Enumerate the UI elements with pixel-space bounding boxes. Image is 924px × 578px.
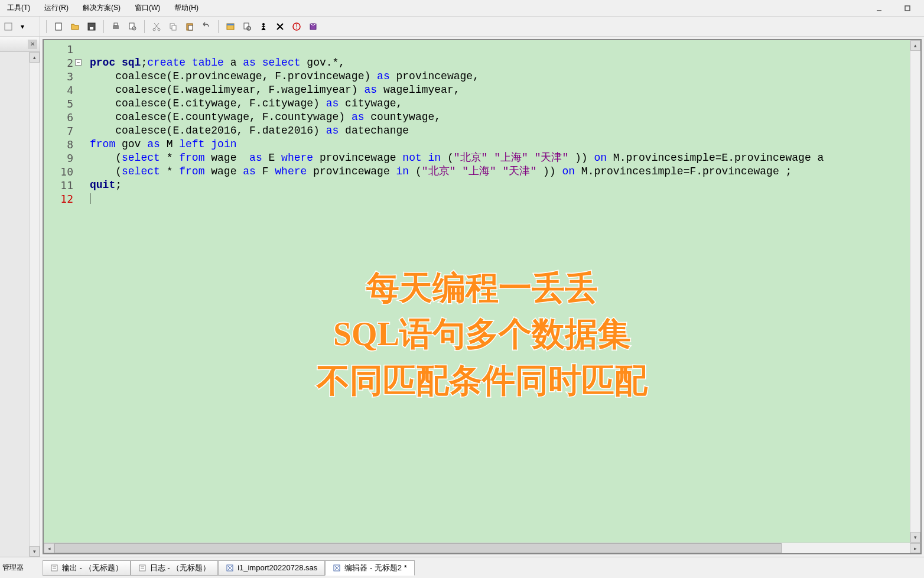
minimize-button[interactable]: [867, 2, 891, 14]
line-gutter: 12−3456789101112: [44, 40, 78, 543]
svg-text:!: !: [296, 24, 298, 30]
svg-rect-23: [51, 565, 57, 571]
svg-rect-15: [188, 25, 193, 30]
svg-rect-18: [244, 23, 249, 29]
svg-rect-17: [227, 24, 234, 25]
menubar: 工具(T) 运行(R) 解决方案(S) 窗口(W) 帮助(H): [0, 0, 924, 17]
editor-hscrollbar[interactable]: ◂ ▸: [44, 543, 920, 553]
copy-icon[interactable]: [167, 21, 179, 33]
scroll-down-icon[interactable]: ▾: [30, 546, 40, 557]
search-doc-icon[interactable]: [241, 21, 253, 33]
scroll-right-icon[interactable]: ▸: [910, 543, 920, 553]
paste-icon[interactable]: [184, 21, 196, 33]
svg-rect-8: [129, 23, 134, 29]
side-label: 管理器: [2, 563, 43, 573]
save-icon[interactable]: [86, 21, 97, 33]
dropdown-arrow-icon[interactable]: ▾: [17, 21, 28, 33]
tab-editor-active[interactable]: 编辑器 - 无标题2 *: [325, 560, 414, 576]
cut-icon[interactable]: [151, 21, 162, 33]
output-doc-icon: [50, 564, 58, 572]
svg-rect-26: [139, 565, 145, 571]
panel-close-icon[interactable]: ✕: [28, 40, 37, 49]
scroll-up-icon[interactable]: ▴: [910, 40, 920, 51]
svg-rect-2: [5, 23, 12, 30]
tab-label: 输出 - （无标题）: [62, 563, 123, 573]
panel-vscrollbar[interactable]: ▴ ▾: [29, 52, 40, 557]
help-book-icon[interactable]: [307, 21, 319, 33]
new-file-icon[interactable]: [53, 21, 64, 33]
svg-point-20: [262, 23, 265, 25]
open-folder-icon[interactable]: [69, 21, 81, 33]
sas-file-icon: [333, 564, 341, 572]
tab-output[interactable]: 输出 - （无标题）: [43, 560, 131, 576]
side-panel: ✕ ▴ ▾: [0, 37, 40, 557]
tab-label: 日志 - （无标题）: [150, 563, 211, 573]
tab-label: i1_import20220728.sas: [237, 563, 317, 572]
editor-vscrollbar[interactable]: ▴ ▾: [910, 40, 920, 543]
tab-log[interactable]: 日志 - （无标题）: [131, 560, 219, 576]
editor-window: 12−3456789101112 proc sql;create table a…: [43, 39, 922, 554]
svg-rect-6: [113, 25, 119, 29]
maximize-button[interactable]: [896, 2, 919, 14]
svg-rect-3: [56, 23, 61, 30]
explorer-icon[interactable]: [225, 21, 236, 33]
tab-label: 编辑器 - 无标题2 *: [344, 563, 406, 573]
menu-solution[interactable]: 解决方案(S): [80, 2, 123, 14]
toolbar: ▾ !: [0, 17, 924, 37]
info-icon[interactable]: !: [291, 21, 302, 33]
scroll-left-icon[interactable]: ◂: [44, 543, 54, 553]
scroll-down-icon[interactable]: ▾: [910, 532, 920, 543]
dropdown-icon[interactable]: [2, 21, 14, 33]
menu-window[interactable]: 窗口(W): [132, 2, 162, 14]
svg-rect-5: [90, 27, 93, 30]
menu-run[interactable]: 运行(R): [42, 2, 71, 14]
hscroll-thumb[interactable]: [54, 543, 782, 553]
stop-x-icon[interactable]: [274, 21, 286, 33]
menu-help[interactable]: 帮助(H): [172, 2, 201, 14]
svg-rect-7: [114, 23, 118, 25]
tab-import-file[interactable]: i1_import20220728.sas: [218, 560, 325, 576]
svg-rect-13: [172, 25, 176, 30]
document-tabs: 管理器 输出 - （无标题） 日志 - （无标题） i1_import20220…: [0, 557, 924, 578]
print-icon[interactable]: [110, 21, 122, 33]
run-man-icon[interactable]: [258, 21, 269, 33]
sas-file-icon: [226, 564, 234, 572]
print-preview-icon[interactable]: [126, 21, 138, 33]
scroll-up-icon[interactable]: ▴: [30, 52, 40, 63]
undo-icon[interactable]: [200, 21, 212, 33]
log-doc-icon: [138, 564, 147, 572]
menu-tools[interactable]: 工具(T): [5, 2, 32, 14]
code-editor[interactable]: proc sql;create table a as select gov.*,…: [78, 40, 910, 543]
svg-rect-1: [905, 6, 910, 11]
